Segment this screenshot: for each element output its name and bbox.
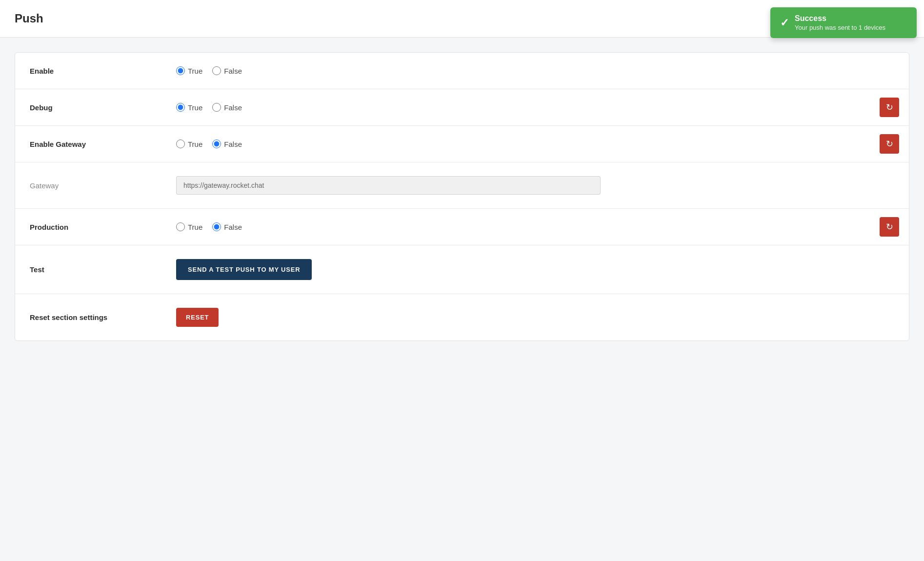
production-false-option[interactable]: False — [212, 222, 242, 231]
send-test-push-button[interactable]: SEND A TEST PUSH TO MY USER — [176, 259, 312, 280]
debug-false-radio[interactable] — [212, 103, 221, 112]
production-reset-button[interactable]: ↺ — [880, 217, 899, 237]
test-row: Test SEND A TEST PUSH TO MY USER — [15, 245, 909, 294]
debug-false-option[interactable]: False — [212, 103, 242, 112]
enable-gateway-true-radio[interactable] — [176, 140, 185, 148]
enable-gateway-reset-button[interactable]: ↺ — [880, 134, 899, 154]
gateway-row: Gateway — [15, 162, 909, 209]
test-label: Test — [30, 265, 176, 274]
enable-gateway-radio-group: True False — [176, 140, 242, 148]
enable-true-radio[interactable] — [176, 66, 185, 75]
enable-gateway-true-option[interactable]: True — [176, 140, 202, 148]
gateway-input[interactable] — [176, 176, 601, 195]
debug-row: Debug True False ↺ — [15, 89, 909, 126]
production-false-label: False — [224, 223, 242, 231]
toast-content: Success Your push was sent to 1 devices — [795, 14, 885, 31]
debug-true-option[interactable]: True — [176, 103, 202, 112]
enable-gateway-true-label: True — [188, 140, 202, 148]
settings-card: Enable True False Debug — [15, 52, 909, 341]
enable-true-label: True — [188, 67, 202, 75]
enable-true-option[interactable]: True — [176, 66, 202, 75]
enable-gateway-false-label: False — [224, 140, 242, 148]
enable-gateway-label: Enable Gateway — [30, 140, 176, 148]
reset-section-control: RESET — [176, 308, 894, 327]
gateway-label: Gateway — [30, 181, 176, 190]
reset-section-label: Reset section settings — [30, 313, 176, 321]
enable-gateway-false-option[interactable]: False — [212, 140, 242, 148]
debug-radio-group: True False — [176, 103, 242, 112]
enable-gateway-false-radio[interactable] — [212, 140, 221, 148]
debug-label: Debug — [30, 103, 176, 112]
reset-section-button[interactable]: RESET — [176, 308, 219, 327]
enable-gateway-row: Enable Gateway True False ↺ — [15, 126, 909, 162]
debug-true-radio[interactable] — [176, 103, 185, 112]
debug-true-label: True — [188, 103, 202, 112]
debug-reset-icon: ↺ — [886, 102, 893, 113]
enable-radio-group: True False — [176, 66, 242, 75]
production-control: True False — [176, 222, 894, 231]
enable-false-option[interactable]: False — [212, 66, 242, 75]
production-true-option[interactable]: True — [176, 222, 202, 231]
gateway-control — [176, 176, 894, 195]
debug-control: True False — [176, 103, 894, 112]
enable-false-radio[interactable] — [212, 66, 221, 75]
production-true-radio[interactable] — [176, 222, 185, 231]
enable-label: Enable — [30, 67, 176, 75]
toast-message: Your push was sent to 1 devices — [795, 24, 885, 31]
success-toast: ✓ Success Your push was sent to 1 device… — [770, 7, 917, 38]
production-true-label: True — [188, 223, 202, 231]
enable-false-label: False — [224, 67, 242, 75]
enable-control: True False — [176, 66, 894, 75]
debug-reset-button[interactable]: ↺ — [880, 98, 899, 117]
page-title: Push — [15, 12, 43, 25]
enable-row: Enable True False — [15, 53, 909, 89]
production-label: Production — [30, 223, 176, 231]
enable-gateway-reset-icon: ↺ — [886, 139, 893, 149]
production-false-radio[interactable] — [212, 222, 221, 231]
enable-gateway-control: True False — [176, 140, 894, 148]
toast-title: Success — [795, 14, 885, 23]
production-reset-icon: ↺ — [886, 221, 893, 232]
reset-section-row: Reset section settings RESET — [15, 294, 909, 341]
test-control: SEND A TEST PUSH TO MY USER — [176, 259, 894, 280]
main-content: Enable True False Debug — [0, 38, 924, 356]
success-check-icon: ✓ — [780, 17, 789, 29]
production-radio-group: True False — [176, 222, 242, 231]
debug-false-label: False — [224, 103, 242, 112]
production-row: Production True False ↺ — [15, 209, 909, 245]
